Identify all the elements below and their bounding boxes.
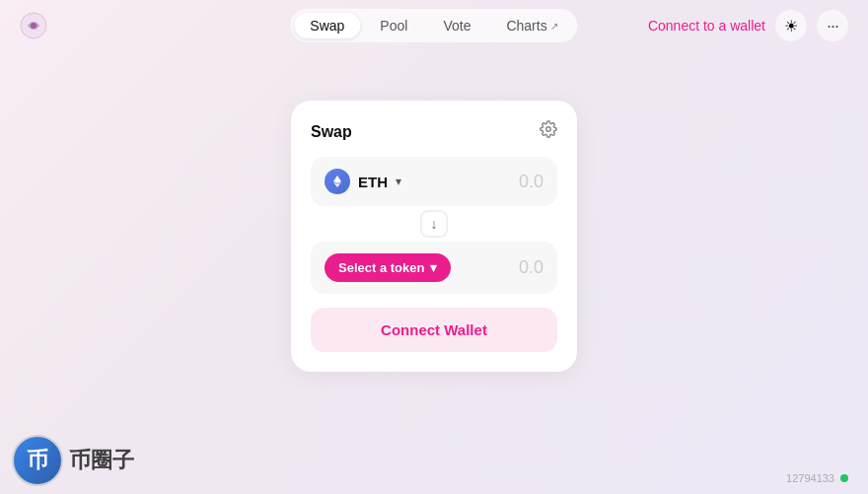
logo-icon xyxy=(20,12,47,39)
swap-settings-button[interactable] xyxy=(540,120,557,143)
select-token-button[interactable]: Select a token ▾ xyxy=(325,253,451,282)
connect-wallet-main-button[interactable]: Connect Wallet xyxy=(311,308,557,352)
tab-vote[interactable]: Vote xyxy=(427,13,486,38)
swap-card-header: Swap xyxy=(311,120,557,143)
from-token-chevron-icon: ▾ xyxy=(396,175,401,188)
from-token-selector[interactable]: ETH ▾ xyxy=(325,169,401,194)
more-icon: ··· xyxy=(827,16,838,36)
bottom-bar: 12794133 xyxy=(786,472,848,484)
tab-pool[interactable]: Pool xyxy=(364,13,423,38)
from-token-row: ETH ▾ 0.0 xyxy=(311,157,557,206)
settings-icon xyxy=(540,120,557,143)
more-options-button[interactable]: ··· xyxy=(817,10,848,41)
svg-point-2 xyxy=(546,127,551,132)
eth-icon xyxy=(325,169,350,194)
sun-icon: ☀ xyxy=(784,17,798,35)
from-token-name: ETH xyxy=(358,174,388,190)
swap-card: Swap ETH ▾ xyxy=(291,101,577,372)
from-token-amount: 0.0 xyxy=(519,172,543,192)
select-token-label: Select a token xyxy=(338,260,424,275)
swap-direction-button[interactable]: ↓ xyxy=(420,210,448,238)
tab-swap[interactable]: Swap xyxy=(294,13,360,38)
status-indicator xyxy=(840,474,848,482)
block-number: 12794133 xyxy=(786,472,834,484)
select-token-chevron-icon: ▾ xyxy=(430,260,437,275)
header-right: Connect to a wallet ☀ ··· xyxy=(648,10,848,41)
watermark-logo: 币 xyxy=(12,435,63,486)
connect-wallet-header-button[interactable]: Connect to a wallet xyxy=(648,18,765,34)
swap-card-title: Swap xyxy=(311,123,352,141)
svg-marker-3 xyxy=(333,176,341,183)
tab-charts[interactable]: Charts ↗ xyxy=(490,13,573,38)
logo xyxy=(20,12,47,39)
swap-arrow-icon: ↓ xyxy=(431,216,438,232)
to-token-amount: 0.0 xyxy=(519,257,543,278)
nav-tabs: Swap Pool Vote Charts ↗ xyxy=(290,9,577,42)
main-content: Swap ETH ▾ xyxy=(0,51,868,372)
theme-toggle-button[interactable]: ☀ xyxy=(775,10,807,41)
header: Swap Pool Vote Charts ↗ Connect to a wal… xyxy=(0,0,868,51)
external-link-icon: ↗ xyxy=(550,21,558,32)
to-token-row: Select a token ▾ 0.0 xyxy=(311,242,557,294)
watermark-text: 币圈子 xyxy=(69,446,134,475)
watermark: 币 币圈子 xyxy=(0,427,146,494)
svg-point-1 xyxy=(31,23,36,29)
swap-direction-divider: ↓ xyxy=(311,210,557,238)
